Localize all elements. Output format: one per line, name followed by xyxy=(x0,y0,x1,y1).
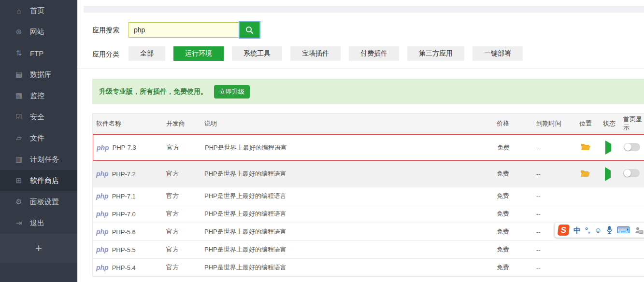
expire-cell: -- xyxy=(536,170,579,178)
homeshow-toggle[interactable] xyxy=(624,143,640,151)
category-button-2[interactable]: 系统工具 xyxy=(232,46,282,61)
search-input[interactable] xyxy=(129,22,240,38)
col-header-desc: 说明 xyxy=(204,119,497,128)
sidebar-item-idx3[interactable]: ▤数据库 xyxy=(0,64,77,85)
search-label: 应用搜索 xyxy=(92,26,119,35)
home-icon: ⌂ xyxy=(14,7,23,15)
punctuation-icon[interactable]: °, xyxy=(585,226,590,234)
sidebar: ⌂首页⊕网站⇅FTP▤数据库▦监控☑安全▱文件▥计划任务⊞软件商店⚙面板设置⇥退… xyxy=(0,0,77,282)
emoji-icon[interactable]: ☺ xyxy=(594,226,601,234)
col-header-location: 位置 xyxy=(579,119,603,128)
location-cell xyxy=(579,169,603,179)
chinese-mode-icon[interactable]: 中 xyxy=(573,226,581,234)
description-cell: PHP是世界上最好的编程语言 xyxy=(205,143,497,152)
category-button-5[interactable]: 第三方应用 xyxy=(407,46,464,61)
add-menu-button[interactable]: + xyxy=(0,234,77,263)
sidebar-item-idx9[interactable]: ⚙面板设置 xyxy=(0,191,77,212)
table-row[interactable]: phpPHP-7.0官方PHP是世界上最好的编程语言免费-- xyxy=(93,205,644,223)
table-row[interactable]: phpPHP-7.3官方PHP是世界上最好的编程语言免费-- xyxy=(93,134,644,161)
status-cell xyxy=(603,144,624,151)
status-cell xyxy=(603,170,623,178)
id-card-icon[interactable] xyxy=(634,226,644,234)
category-button-6[interactable]: 一键部署 xyxy=(472,46,523,61)
sidebar-item-idx8[interactable]: ⊞软件商店 xyxy=(0,170,77,191)
description-cell: PHP是世界上最好的编程语言 xyxy=(204,263,497,272)
col-header-name: 软件名称 xyxy=(93,119,166,128)
software-name: PHP-7.2 xyxy=(112,170,136,178)
folder-icon[interactable] xyxy=(581,143,591,151)
category-button-3[interactable]: 宝塔插件 xyxy=(290,46,341,61)
sidebar-menu: ⌂首页⊕网站⇅FTP▤数据库▦监控☑安全▱文件▥计划任务⊞软件商店⚙面板设置⇥退… xyxy=(0,0,77,234)
table-row[interactable]: phpPHP-7.2官方PHP是世界上最好的编程语言免费-- xyxy=(93,161,644,187)
software-name-cell: phpPHP-5.4 xyxy=(93,264,166,271)
price-cell: 免费 xyxy=(497,169,536,178)
ime-toolbar: S中°,☺⌨ xyxy=(555,223,644,238)
plus-icon: + xyxy=(35,241,42,255)
website-icon: ⊕ xyxy=(14,28,23,36)
table-row[interactable]: phpPHP-5.4官方PHP是世界上最好的编程语言免费-- xyxy=(93,259,644,277)
sidebar-item-label: 安全 xyxy=(30,113,44,122)
mic-icon[interactable] xyxy=(606,226,613,234)
software-name: PHP-5.5 xyxy=(112,246,136,254)
homeshow-toggle[interactable] xyxy=(623,169,640,177)
upgrade-banner-text: 升级专业版，所有插件，免费使用。 xyxy=(99,87,207,96)
main-content: 应用搜索 应用分类 全部运行环境系统工具宝塔插件付费插件第三方应用一键部署 升级… xyxy=(77,0,644,282)
search-icon xyxy=(245,26,254,34)
vendor-cell: 官方 xyxy=(166,263,204,272)
software-name: PHP-7.0 xyxy=(112,211,136,218)
sidebar-item-label: 首页 xyxy=(30,6,44,15)
security-icon: ☑ xyxy=(14,113,23,121)
sidebar-item-idx5[interactable]: ☑安全 xyxy=(0,106,77,127)
php-logo-icon: php xyxy=(96,170,109,178)
play-icon[interactable] xyxy=(605,141,611,155)
homeshow-cell xyxy=(623,169,644,179)
sidebar-item-ftp[interactable]: ⇅FTP xyxy=(0,42,77,64)
keyboard-icon[interactable]: ⌨ xyxy=(617,226,630,235)
category-button-0[interactable]: 全部 xyxy=(129,46,165,61)
folder-icon[interactable] xyxy=(580,169,590,177)
play-icon[interactable] xyxy=(605,167,611,181)
category-button-1[interactable]: 运行环境 xyxy=(173,46,224,61)
cron-icon: ▥ xyxy=(14,155,23,164)
table-row[interactable]: phpPHP-7.1官方PHP是世界上最好的编程语言免费-- xyxy=(93,187,644,205)
sidebar-item-idx6[interactable]: ▱文件 xyxy=(0,127,77,149)
upgrade-banner: 升级专业版，所有插件，免费使用。 立即升级 xyxy=(92,79,644,104)
software-name-cell: phpPHP-7.0 xyxy=(93,210,166,218)
sidebar-item-label: 网站 xyxy=(30,28,44,37)
price-cell: 免费 xyxy=(497,227,536,236)
sidebar-item-label: 计划任务 xyxy=(30,155,59,164)
sidebar-item-idx0[interactable]: ⌂首页 xyxy=(0,0,77,21)
sidebar-item-idx10[interactable]: ⇥退出 xyxy=(0,212,77,234)
sidebar-item-idx1[interactable]: ⊕网站 xyxy=(0,21,77,42)
section-divider xyxy=(78,68,644,69)
price-cell: 免费 xyxy=(497,263,536,272)
search-button[interactable] xyxy=(240,22,259,38)
sidebar-item-label: 数据库 xyxy=(30,70,52,79)
logout-icon: ⇥ xyxy=(14,219,23,227)
sidebar-item-idx7[interactable]: ▥计划任务 xyxy=(0,149,77,170)
files-icon: ▱ xyxy=(14,134,23,142)
php-logo-icon: php xyxy=(96,192,109,200)
settings-icon: ⚙ xyxy=(14,197,23,206)
database-icon: ▤ xyxy=(14,70,23,79)
price-cell: 免费 xyxy=(497,143,537,152)
software-name: PHP-7.3 xyxy=(113,144,136,151)
category-filter: 全部运行环境系统工具宝塔插件付费插件第三方应用一键部署 xyxy=(129,46,531,61)
col-header-status: 状态 xyxy=(603,119,623,128)
description-cell: PHP是世界上最好的编程语言 xyxy=(204,169,497,178)
upgrade-now-button[interactable]: 立即升级 xyxy=(214,85,250,99)
description-cell: PHP是世界上最好的编程语言 xyxy=(204,245,497,254)
software-name-cell: phpPHP-7.2 xyxy=(93,170,166,178)
sidebar-item-label: 软件商店 xyxy=(30,176,59,185)
description-cell: PHP是世界上最好的编程语言 xyxy=(204,192,497,200)
sogou-logo-icon[interactable]: S xyxy=(558,225,570,236)
table-row[interactable]: phpPHP-5.5官方PHP是世界上最好的编程语言免费-- xyxy=(93,241,644,259)
software-name-cell: phpPHP-7.1 xyxy=(93,192,166,200)
monitor-icon: ▦ xyxy=(14,91,23,100)
vendor-cell: 官方 xyxy=(166,227,204,236)
sidebar-item-idx4[interactable]: ▦监控 xyxy=(0,85,77,106)
vendor-cell: 官方 xyxy=(167,143,205,152)
category-button-4[interactable]: 付费插件 xyxy=(349,46,399,61)
sidebar-item-label: 监控 xyxy=(30,91,44,100)
description-cell: PHP是世界上最好的编程语言 xyxy=(204,210,497,218)
